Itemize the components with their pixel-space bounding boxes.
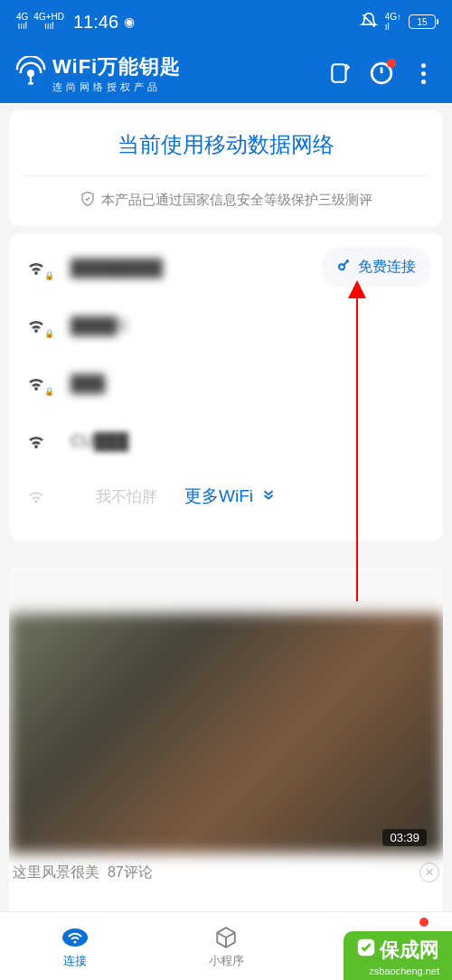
signal-2-icon: 4G+HDıııl: [33, 13, 64, 31]
clock: 11:46: [73, 12, 118, 33]
security-notice: 本产品已通过国家信息安全等级保护三级测评: [9, 176, 443, 226]
signal-1-icon: 4Gıııl: [16, 13, 28, 31]
wifi-icon: 🔒: [25, 257, 51, 278]
app-title: WiFi万能钥匙: [52, 53, 315, 80]
feed-close-button[interactable]: ✕: [419, 862, 439, 882]
wifi-weak-icon: [25, 485, 51, 507]
sync-icon: ◉: [124, 14, 135, 29]
nav-connect[interactable]: 连接: [0, 912, 151, 980]
wifi-ssid: ███: [71, 374, 105, 393]
watermark: 保成网 zsbaocheng.net: [344, 931, 452, 980]
feed-caption-row: 这里风景很美 87评论 ✕: [9, 853, 443, 891]
feed-comments[interactable]: 87评论: [108, 863, 153, 882]
wifi-icon: 🔒: [25, 315, 51, 336]
feed-thumbnail[interactable]: [9, 613, 443, 853]
wifi-item[interactable]: 🔒 ████S: [9, 297, 443, 354]
svg-rect-1: [332, 64, 345, 82]
file-button[interactable]: [324, 57, 356, 90]
more-wifi-row: 我不怕胖 更多WiFi: [9, 470, 443, 523]
app-subtitle: 连尚网络授权产品: [52, 80, 315, 94]
network-banner-card: 当前使用移动数据网络 本产品已通过国家信息安全等级保护三级测评: [9, 110, 443, 226]
status-bar: 4Gıııl 4G+HDıııl 11:46 ◉ 4G↑ıl 15: [0, 0, 452, 43]
nav-miniapp[interactable]: 小程序: [151, 912, 302, 980]
wifi-icon: [25, 430, 51, 452]
chevron-double-down-icon: [260, 486, 277, 507]
notification-dot-icon: [387, 59, 396, 68]
notification-dot-icon: [419, 918, 428, 927]
signal-top-icon: 4G↑ıl: [385, 12, 401, 32]
mute-icon: [360, 12, 378, 33]
wifi-list: 🔒 ████████ 免费连接 🔒 ████S 🔒 ███ CU███: [9, 233, 443, 541]
svg-point-6: [74, 940, 77, 943]
more-wifi-button[interactable]: 更多WiFi: [184, 485, 277, 508]
key-icon: [336, 257, 353, 277]
network-status: 当前使用移动数据网络: [9, 110, 443, 175]
wifi-ssid: CU███: [71, 432, 128, 451]
svg-point-0: [28, 71, 33, 76]
lock-icon: 🔒: [44, 329, 54, 338]
checkmark-icon: [356, 938, 376, 963]
wifi-ssid: ████S: [71, 316, 127, 335]
wifi-item[interactable]: CU███: [9, 412, 443, 470]
cube-icon: [212, 924, 240, 951]
wifi-nav-icon: [61, 924, 89, 951]
wifi-icon: 🔒: [25, 372, 51, 394]
free-connect-button[interactable]: 免费连接: [322, 248, 430, 286]
news-feed: 03:39 这里风景很美 87评论 ✕: [9, 568, 443, 946]
battery-icon: 15: [409, 14, 436, 29]
lock-icon: 🔒: [44, 271, 54, 280]
app-logo-icon: [13, 55, 49, 91]
lock-icon: 🔒: [44, 387, 54, 396]
feed-caption[interactable]: 这里风景很美: [13, 863, 99, 882]
speed-button[interactable]: [365, 57, 398, 90]
feed-header: [9, 568, 443, 608]
weak-wifi-label: 我不怕胖: [96, 486, 157, 507]
wifi-item[interactable]: 🔒 ████████ 免费连接: [9, 239, 443, 297]
shield-icon: [80, 191, 96, 210]
menu-button[interactable]: [407, 57, 439, 90]
video-duration: 03:39: [382, 829, 427, 846]
svg-point-3: [339, 264, 344, 269]
wifi-ssid: ████████: [71, 259, 163, 278]
wifi-item[interactable]: 🔒 ███: [9, 354, 443, 412]
app-header: WiFi万能钥匙 连尚网络授权产品: [0, 43, 452, 103]
